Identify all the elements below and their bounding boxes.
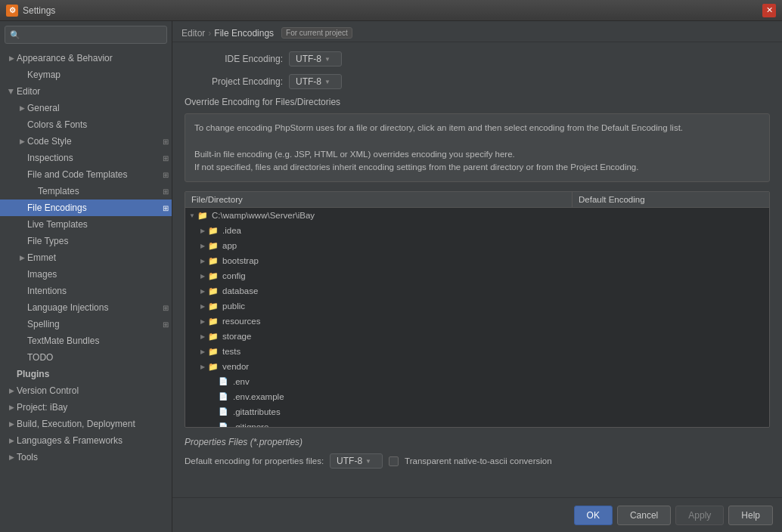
sidebar-item-label: Languages & Frameworks bbox=[17, 435, 123, 446]
folder-icon: 📁 bbox=[208, 302, 220, 311]
table-row[interactable]: 📄 .env bbox=[185, 374, 769, 389]
table-row[interactable]: 📄 .gitattributes bbox=[185, 404, 769, 419]
dropdown-arrow-icon: ▼ bbox=[324, 56, 330, 63]
file-name: storage bbox=[222, 332, 573, 341]
tree-arrow-icon: ▶ bbox=[197, 333, 208, 340]
file-tree-body[interactable]: ▼ 📁 C:\wamp\www\Server\iBay ▶ 📁 .idea bbox=[185, 208, 769, 427]
col-default-encoding: Default Encoding bbox=[573, 192, 769, 207]
sidebar-item-images[interactable]: Images bbox=[0, 266, 172, 283]
file-name: public bbox=[222, 302, 573, 311]
sidebar-item-tools[interactable]: ▶ Tools bbox=[0, 449, 172, 466]
table-row[interactable]: ▶ 📁 tests bbox=[185, 344, 769, 359]
project-encoding-dropdown[interactable]: UTF-8 ▼ bbox=[289, 74, 342, 89]
table-row[interactable]: 📄 .env.example bbox=[185, 389, 769, 404]
table-row[interactable]: ▶ 📁 .idea bbox=[185, 223, 769, 238]
file-name: C:\wamp\www\Server\iBay bbox=[212, 211, 573, 220]
sidebar-item-languages[interactable]: ▶ Languages & Frameworks bbox=[0, 432, 172, 449]
sidebar-item-live-templates[interactable]: Live Templates bbox=[0, 216, 172, 233]
search-input[interactable] bbox=[23, 29, 162, 40]
sidebar-item-label: Editor bbox=[17, 86, 40, 97]
sidebar-item-label: TextMate Bundles bbox=[27, 336, 99, 346]
table-row[interactable]: ▶ 📁 storage bbox=[185, 329, 769, 344]
transparent-checkbox[interactable] bbox=[389, 456, 399, 466]
sidebar-item-version-control[interactable]: ▶ Version Control bbox=[0, 382, 172, 399]
sidebar-item-editor[interactable]: ▶ Editor bbox=[0, 83, 172, 100]
sidebar-item-keymap[interactable]: Keymap bbox=[0, 66, 172, 83]
content-area: Editor › File Encodings For current proj… bbox=[172, 21, 782, 532]
properties-title: Properties Files (*.properties) bbox=[185, 437, 770, 447]
sidebar-item-project-ibay[interactable]: ▶ Project: iBay bbox=[0, 399, 172, 416]
file-name: .idea bbox=[222, 226, 573, 235]
sidebar-item-todo[interactable]: TODO bbox=[0, 349, 172, 366]
table-row[interactable]: ▶ 📁 vendor bbox=[185, 359, 769, 374]
file-name: .gitignore bbox=[233, 422, 573, 427]
settings-icon: ⊞ bbox=[163, 204, 169, 212]
tree-arrow-icon: ▶ bbox=[197, 273, 208, 280]
sidebar-item-inspections[interactable]: Inspections ⊞ bbox=[0, 150, 172, 166]
sidebar-item-label: File and Code Templates bbox=[27, 169, 128, 180]
sidebar-item-label: Code Style bbox=[27, 136, 72, 147]
folder-icon: 📁 bbox=[208, 271, 220, 280]
sidebar-item-textmate-bundles[interactable]: TextMate Bundles bbox=[0, 332, 172, 349]
tree-arrow-icon: ▶ bbox=[197, 318, 208, 325]
sidebar-item-intentions[interactable]: Intentions bbox=[0, 283, 172, 299]
sidebar-item-colors-fonts[interactable]: Colors & Fonts bbox=[0, 116, 172, 133]
table-row[interactable]: ▶ 📁 config bbox=[185, 268, 769, 283]
sidebar-item-spelling[interactable]: Spelling ⊞ bbox=[0, 316, 172, 332]
cancel-button[interactable]: Cancel bbox=[617, 506, 671, 525]
ok-button[interactable]: OK bbox=[574, 506, 613, 525]
ide-encoding-dropdown[interactable]: UTF-8 ▼ bbox=[289, 51, 342, 66]
sidebar-item-label: Build, Execution, Deployment bbox=[17, 419, 135, 429]
table-row[interactable]: ▶ 📁 app bbox=[185, 238, 769, 253]
sidebar-item-label: File Encodings bbox=[27, 203, 87, 213]
sidebar-item-general[interactable]: ▶ General bbox=[0, 100, 172, 116]
sidebar-item-language-injections[interactable]: Language Injections ⊞ bbox=[0, 299, 172, 316]
info-line2: Built-in file encoding (e.g. JSP, HTML o… bbox=[194, 148, 760, 161]
ide-encoding-value: UTF-8 bbox=[296, 54, 321, 64]
properties-encoding-dropdown[interactable]: UTF-8 ▼ bbox=[330, 453, 383, 469]
table-row[interactable]: 📄 .gitignore bbox=[185, 419, 769, 427]
close-button[interactable]: ✕ bbox=[762, 4, 776, 17]
arrow-icon: ▶ bbox=[6, 54, 17, 62]
apply-button[interactable]: Apply bbox=[675, 506, 724, 525]
breadcrumb-separator: › bbox=[208, 28, 211, 39]
sidebar-item-file-encodings[interactable]: File Encodings ⊞ bbox=[0, 200, 172, 216]
tree-arrow-icon: ▶ bbox=[197, 363, 208, 370]
project-encoding-value: UTF-8 bbox=[296, 76, 321, 87]
sidebar-item-label: Live Templates bbox=[27, 219, 88, 230]
table-row[interactable]: ▶ 📁 database bbox=[185, 283, 769, 298]
sidebar-item-file-types[interactable]: File Types bbox=[0, 233, 172, 249]
table-row[interactable]: ▶ 📁 bootstrap bbox=[185, 253, 769, 268]
arrow-icon: ▶ bbox=[6, 437, 17, 444]
sidebar-item-templates[interactable]: Templates ⊞ bbox=[0, 183, 172, 200]
settings-icon: ⊞ bbox=[163, 171, 169, 179]
breadcrumb-tag: For current project bbox=[281, 27, 352, 39]
file-name: vendor bbox=[222, 362, 573, 371]
sidebar-item-plugins[interactable]: Plugins bbox=[0, 366, 172, 382]
sidebar-item-label: Project: iBay bbox=[17, 402, 67, 413]
sidebar-item-file-code-templates[interactable]: File and Code Templates ⊞ bbox=[0, 166, 172, 183]
file-icon: 📄 bbox=[219, 392, 231, 401]
sidebar-item-appearance[interactable]: ▶ Appearance & Behavior bbox=[0, 50, 172, 66]
table-row[interactable]: ▶ 📁 public bbox=[185, 298, 769, 314]
folder-icon: 📁 bbox=[208, 226, 220, 235]
folder-icon: 📁 bbox=[208, 286, 220, 295]
project-encoding-label: Project Encoding: bbox=[185, 76, 283, 87]
file-name: database bbox=[222, 286, 573, 295]
file-name: app bbox=[222, 241, 573, 250]
folder-icon: 📁 bbox=[208, 362, 220, 371]
table-row[interactable]: ▼ 📁 C:\wamp\www\Server\iBay bbox=[185, 208, 769, 223]
sidebar-item-build-exec[interactable]: ▶ Build, Execution, Deployment bbox=[0, 416, 172, 432]
search-box[interactable]: 🔍 bbox=[5, 26, 167, 44]
sidebar-item-emmet[interactable]: ▶ Emmet bbox=[0, 249, 172, 266]
tree-arrow-icon: ▶ bbox=[197, 288, 208, 295]
table-row[interactable]: ▶ 📁 resources bbox=[185, 314, 769, 329]
settings-icon: ⊞ bbox=[163, 154, 169, 162]
sidebar-item-label: Tools bbox=[17, 452, 38, 462]
dropdown-arrow-icon: ▼ bbox=[365, 458, 371, 465]
properties-encoding-value: UTF-8 bbox=[337, 456, 362, 466]
settings-icon: ⊞ bbox=[163, 138, 169, 146]
ide-encoding-row: IDE Encoding: UTF-8 ▼ bbox=[185, 51, 770, 66]
sidebar-item-code-style[interactable]: ▶ Code Style ⊞ bbox=[0, 133, 172, 150]
help-button[interactable]: Help bbox=[728, 506, 773, 525]
